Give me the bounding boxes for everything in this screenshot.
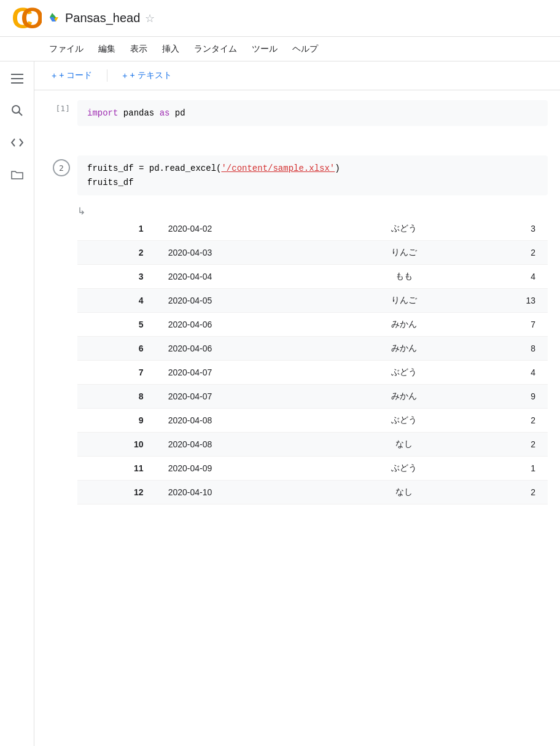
row-date: 2020-04-08	[156, 433, 339, 457]
cell-2-code[interactable]: fruits_df = pd.read_excel('/content/samp…	[77, 155, 548, 195]
cell-2-number: 2	[47, 155, 77, 176]
add-text-label: + テキスト	[130, 70, 171, 81]
row-count: 3	[469, 217, 548, 241]
table-row: 10 2020-04-08 なし 2	[77, 433, 548, 457]
row-date: 2020-04-04	[156, 265, 339, 289]
content-area: + + コード + + テキスト [1] import pandas as pd	[34, 61, 560, 746]
row-date: 2020-04-10	[156, 481, 339, 505]
add-code-button[interactable]: + + コード	[47, 68, 97, 84]
cell-1-number: [1]	[47, 100, 77, 113]
title-area: Pansas_head ☆	[48, 11, 155, 25]
cell-1-code[interactable]: import pandas as pd	[77, 100, 548, 126]
row-date: 2020-04-08	[156, 409, 339, 433]
fruits-assign: fruits_df = pd.read_excel(	[87, 163, 221, 173]
svg-point-11	[12, 106, 20, 113]
sidebar-code-icon[interactable]	[10, 135, 25, 150]
close-paren: )	[335, 163, 340, 173]
table-row: 11 2020-04-09 ぶどう 1	[77, 457, 548, 481]
cell-1-container: [1] import pandas as pd	[34, 90, 560, 146]
row-index: 4	[77, 289, 156, 313]
row-date: 2020-04-03	[156, 241, 339, 265]
row-count: 2	[469, 433, 548, 457]
table-row: 5 2020-04-06 みかん 7	[77, 313, 548, 337]
toolbar-divider	[107, 69, 107, 82]
fruits-df-var: fruits_df	[87, 178, 134, 187]
menu-tools[interactable]: ツール	[252, 44, 278, 55]
code-line-2: fruits_df	[87, 176, 538, 189]
row-count: 2	[469, 241, 548, 265]
row-count: 2	[469, 481, 548, 505]
row-date: 2020-04-06	[156, 337, 339, 361]
row-date: 2020-04-05	[156, 289, 339, 313]
row-index: 5	[77, 313, 156, 337]
as-keyword: as	[160, 108, 170, 118]
row-fruit: みかん	[339, 337, 470, 361]
row-fruit: なし	[339, 433, 470, 457]
row-count: 4	[469, 361, 548, 385]
row-index: 6	[77, 337, 156, 361]
add-text-plus: +	[122, 71, 127, 80]
sidebar-folder-icon[interactable]	[10, 167, 25, 182]
row-fruit: なし	[339, 481, 470, 505]
row-index: 9	[77, 409, 156, 433]
toolbar: + + コード + + テキスト	[34, 61, 560, 90]
row-count: 9	[469, 385, 548, 409]
sidebar	[0, 61, 34, 746]
svg-rect-8	[11, 74, 23, 75]
row-fruit: ぶどう	[339, 409, 470, 433]
add-text-button[interactable]: + + テキスト	[117, 68, 176, 84]
table-row: 2 2020-04-03 りんご 2	[77, 241, 548, 265]
cell-2-badge: 2	[53, 159, 70, 176]
main-layout: + + コード + + テキスト [1] import pandas as pd	[0, 61, 560, 746]
table-row: 6 2020-04-06 みかん 8	[77, 337, 548, 361]
row-count: 1	[469, 457, 548, 481]
table-row: 12 2020-04-10 なし 2	[77, 481, 548, 505]
svg-line-12	[18, 112, 22, 116]
row-date: 2020-04-06	[156, 313, 339, 337]
row-count: 13	[469, 289, 548, 313]
table-row: 4 2020-04-05 りんご 13	[77, 289, 548, 313]
row-index: 12	[77, 481, 156, 505]
row-index: 10	[77, 433, 156, 457]
row-index: 2	[77, 241, 156, 265]
cell-2: 2 fruits_df = pd.read_excel('/content/sa…	[47, 155, 548, 195]
table-row: 9 2020-04-08 ぶどう 2	[77, 409, 548, 433]
header: C O Pansas_head ☆	[0, 0, 560, 37]
row-fruit: もも	[339, 265, 470, 289]
row-fruit: ぶどう	[339, 361, 470, 385]
row-index: 8	[77, 385, 156, 409]
add-code-plus: +	[52, 71, 56, 80]
import-keyword: import	[87, 108, 118, 118]
pandas-text: pandas	[123, 108, 160, 118]
star-icon[interactable]: ☆	[145, 12, 155, 25]
output-header: ↳	[77, 205, 548, 217]
menu-file[interactable]: ファイル	[49, 44, 84, 55]
menubar: ファイル 編集 表示 挿入 ランタイム ツール ヘルプ	[0, 37, 560, 61]
row-index: 3	[77, 265, 156, 289]
colab-logo: C O	[10, 2, 42, 34]
table-row: 1 2020-04-02 ぶどう 3	[77, 217, 548, 241]
pd-text: pd	[175, 108, 185, 118]
row-fruit: みかん	[339, 385, 470, 409]
menu-insert[interactable]: 挿入	[162, 44, 179, 55]
menu-help[interactable]: ヘルプ	[292, 44, 318, 55]
sidebar-search-icon[interactable]	[10, 103, 25, 118]
row-index: 11	[77, 457, 156, 481]
table-row: 8 2020-04-07 みかん 9	[77, 385, 548, 409]
cell-2-container: 2 fruits_df = pd.read_excel('/content/sa…	[34, 146, 560, 524]
row-fruit: りんご	[339, 289, 470, 313]
code-line-1: fruits_df = pd.read_excel('/content/samp…	[87, 162, 538, 175]
sidebar-menu-icon[interactable]	[10, 71, 25, 86]
row-date: 2020-04-07	[156, 361, 339, 385]
table-row: 3 2020-04-04 もも 4	[77, 265, 548, 289]
file-path-string: '/content/sample.xlsx'	[221, 163, 335, 173]
row-fruit: みかん	[339, 313, 470, 337]
table-row: 7 2020-04-07 ぶどう 4	[77, 361, 548, 385]
svg-rect-9	[11, 78, 23, 79]
row-count: 8	[469, 337, 548, 361]
menu-runtime[interactable]: ランタイム	[194, 44, 237, 55]
row-fruit: りんご	[339, 241, 470, 265]
menu-view[interactable]: 表示	[130, 44, 147, 55]
row-count: 2	[469, 409, 548, 433]
menu-edit[interactable]: 編集	[98, 44, 115, 55]
